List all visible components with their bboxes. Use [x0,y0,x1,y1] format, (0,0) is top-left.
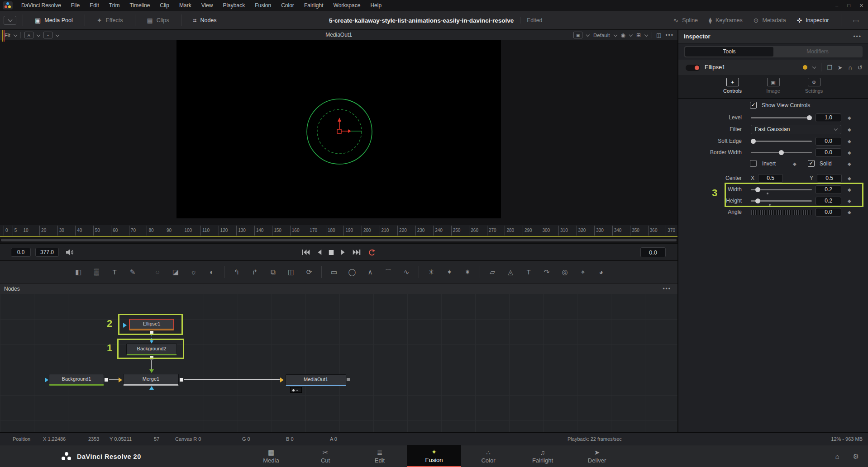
gear-icon[interactable]: ⚙ [853,453,859,461]
shape-3d-icon[interactable]: ◬ [505,266,516,278]
soft-edge-value-field[interactable]: 0.0 [816,137,841,146]
hue-curves-icon[interactable]: ◐ [206,266,218,278]
keyframes-button[interactable]: ⧫ Keyframes [703,17,748,24]
saver-icon[interactable]: ↱ [249,266,261,278]
node-graph-canvas[interactable]: 2 1 Ellipse1 Background2 Background1 Mer… [0,294,677,432]
loader-icon[interactable]: ↰ [231,266,243,278]
playback-speed-field[interactable]: 0.0 [640,247,666,257]
menu-item[interactable]: Help [365,0,386,11]
merge-icon[interactable]: ⧉ [267,266,279,278]
center-x-field[interactable]: 0.5 [758,174,783,183]
versions-icon[interactable]: ❐ [827,64,832,71]
spline-shape-icon[interactable]: ∿ [401,266,412,278]
single-view-button[interactable]: ▣ [573,32,582,38]
page-color[interactable]: ∴ Color [461,445,515,467]
pin-icon[interactable]: ➤ [838,64,843,71]
layout-preset-dropdown[interactable]: Default [593,33,610,38]
lock-icon[interactable]: ∩ [848,64,852,71]
reset-icon[interactable]: ↺ [858,64,863,71]
polygon-icon[interactable]: ∧ [364,266,376,278]
filter-keyframe-icon[interactable]: ◆ [848,124,851,135]
timeline-scrollbar[interactable] [0,237,677,243]
menu-item[interactable]: Edit [85,0,104,11]
solid-keyframe-icon[interactable]: ◆ [848,158,851,170]
color-controls-icon[interactable]: ◉ [621,32,625,38]
node-ellipse1[interactable]: Ellipse1 [129,319,174,330]
text-3d-icon[interactable]: T [523,266,534,278]
invert-checkbox[interactable] [750,160,757,167]
viewer-canvas[interactable] [0,40,677,225]
subtab-image[interactable]: ▣ Image [759,75,788,98]
home-icon[interactable]: ⌂ [835,453,839,460]
audio-mute-icon[interactable] [65,249,74,256]
menu-item[interactable]: Clip [155,0,174,11]
close-button[interactable]: ✕ [859,3,863,9]
lut-icon[interactable]: ◪ [170,266,181,278]
spline-button[interactable]: ∿ Spline [668,17,703,24]
prender-icon[interactable]: ✷ [462,266,473,278]
paint-icon[interactable]: ✎ [127,266,138,278]
rectangle-icon[interactable]: ▭ [328,266,340,278]
color-channel-button[interactable]: ▪ [43,32,52,38]
menu-item[interactable]: Color [276,0,299,11]
ellipse-icon[interactable]: ◯ [346,266,358,278]
image-plane-3d-icon[interactable]: ▱ [486,266,498,278]
border-width-value-field[interactable]: 0.0 [816,148,841,157]
background-icon[interactable]: ◧ [72,266,84,278]
spot-light-3d-icon[interactable]: ⌖ [577,266,589,278]
page-cut[interactable]: ✂ Cut [298,445,353,467]
grid-icon[interactable]: ⊞ [636,32,641,38]
merge-3d-icon[interactable]: ↷ [541,266,553,278]
menu-item[interactable]: Fusion [250,0,276,11]
page-fusion[interactable]: ✦ Fusion [407,445,461,467]
nodes-button[interactable]: ⌗ Nodes [188,17,222,24]
dual-viewer-icon[interactable]: ◫ [656,32,661,38]
go-to-end-button[interactable] [353,250,360,255]
tab-modifiers[interactable]: Modifiers [773,47,862,57]
soft-edge-slider[interactable] [751,141,812,142]
node-background2[interactable]: Background2 [126,344,177,355]
soft-edge-keyframe-icon[interactable]: ◆ [848,136,851,147]
level-keyframe-icon[interactable]: ◆ [848,112,851,123]
transform-icon[interactable]: ⟳ [303,266,315,278]
minimize-button[interactable]: – [835,3,838,8]
pemitter-icon[interactable]: ✳ [425,266,437,278]
inspector-menu[interactable]: ••• [853,30,862,43]
particles-icon[interactable]: ◌ [152,266,163,278]
duration-field[interactable]: 377.0 [35,248,59,257]
menu-item[interactable]: Mark [174,0,196,11]
loop-button[interactable] [367,249,376,256]
play-button[interactable] [341,250,345,255]
menu-item[interactable]: Timeline [124,0,155,11]
color-corrector-icon[interactable]: ☼ [188,266,200,278]
solid-checkbox[interactable]: ✓ [808,160,815,167]
viewer-frame[interactable] [176,40,501,218]
playhead[interactable] [4,30,5,42]
page-media[interactable]: ▦ Media [244,445,298,467]
timeline-ruler[interactable]: 0510203040506070809010011012013014015016… [0,225,677,237]
angle-value-field[interactable]: 0.0 [816,208,841,217]
app-logo-icon[interactable] [3,1,13,9]
menu-item[interactable]: Trim [104,0,125,11]
clips-button[interactable]: ▤ Clips [142,17,175,24]
bspline-icon[interactable]: ⌒ [382,266,394,278]
node-thumbnail-toggle[interactable] [290,387,302,393]
border-width-keyframe-icon[interactable]: ◆ [848,147,851,158]
step-back-button[interactable] [317,250,321,255]
maximize-button[interactable]: □ [847,3,850,8]
menu-item[interactable]: File [66,0,85,11]
invert-keyframe-icon[interactable]: ◆ [793,158,796,170]
node-color-dot[interactable] [803,65,807,70]
camera-3d-icon[interactable]: ◎ [559,266,571,278]
effects-button[interactable]: ✦ Effects [91,17,129,24]
menu-item[interactable]: Workspace [329,0,366,11]
menu-item[interactable]: Fairlight [299,0,329,11]
subtab-controls[interactable]: ✦ Controls [718,75,747,98]
node-mediaout1[interactable]: MediaOut1 [286,374,346,386]
metadata-button[interactable]: ⊙ Metadata [748,17,792,24]
ellipse-view-control[interactable] [176,40,501,218]
pmerge-icon[interactable]: ✦ [444,266,455,278]
go-to-start-button[interactable] [302,250,310,255]
border-width-slider[interactable] [751,152,812,153]
media-pool-button[interactable]: ▣ Media Pool [29,17,78,24]
